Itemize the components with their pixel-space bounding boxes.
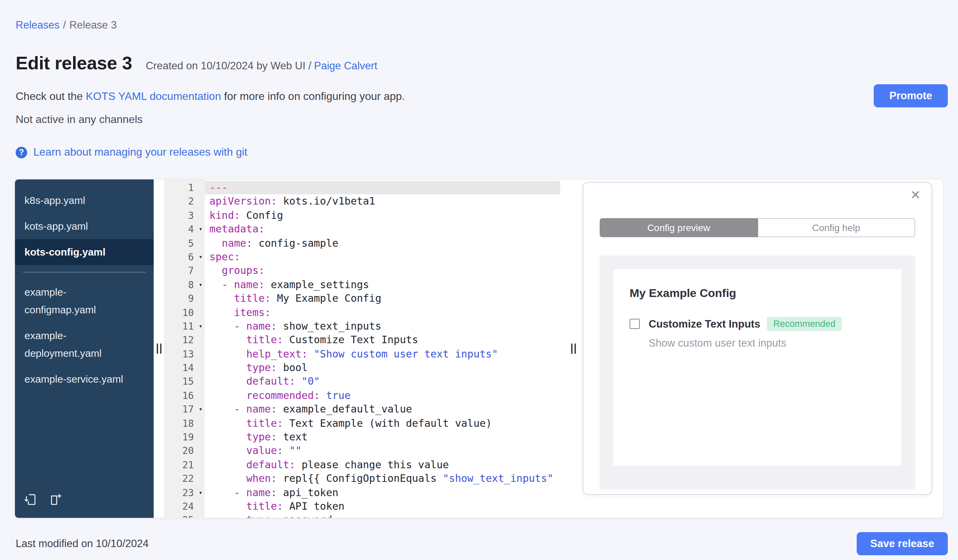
line-number-2: 2 (164, 195, 205, 209)
code-text: title: API token (205, 500, 560, 513)
code-line-22[interactable]: 22 when: repl{{ ConfigOptionEquals "show… (164, 471, 560, 486)
code-text: - name: example_default_value (205, 403, 560, 417)
code-line-18[interactable]: 18 title: Text Example (with default val… (164, 416, 560, 430)
customize-text-inputs-checkbox[interactable] (630, 319, 640, 329)
breadcrumb: Releases/Release 3 (16, 19, 948, 31)
fold-caret-icon[interactable]: ▾ (199, 486, 203, 500)
code-line-20[interactable]: 20 value: "" (164, 444, 560, 458)
config-item-row: Customize Text Inputs Recommended (630, 317, 885, 331)
line-number-4[interactable]: 4▾ (164, 222, 205, 236)
line-number-7: 7 (164, 264, 205, 278)
line-number-17[interactable]: 17▾ (164, 403, 205, 417)
code-line-8[interactable]: 8▾ - name: example_settings (164, 278, 560, 291)
breadcrumb-releases-link[interactable]: Releases (16, 19, 59, 30)
created-text: Created on 10/10/2024 by Web UI / (146, 60, 311, 71)
code-text: value: "" (205, 444, 560, 458)
line-number-3: 3 (164, 209, 205, 223)
code-line-25[interactable]: 25 type: password (164, 513, 560, 518)
line-number-6[interactable]: 6▾ (164, 250, 205, 264)
doc-suffix: for more info on configuring your app. (221, 90, 405, 102)
code-line-6[interactable]: 6▾spec: (164, 250, 560, 264)
editor-resize-handle[interactable] (571, 343, 576, 354)
line-number-24: 24 (164, 500, 205, 513)
code-line-11[interactable]: 11▾ - name: show_text_inputs (164, 320, 560, 333)
promote-button[interactable]: Promote (874, 84, 948, 108)
file-list-divider (23, 272, 146, 272)
code-text: items: (205, 305, 560, 320)
line-number-10: 10 (164, 305, 205, 320)
code-line-7[interactable]: 7 groups: (164, 264, 560, 278)
channels-status: Not active in any channels (16, 114, 948, 126)
new-file-icon[interactable] (48, 493, 63, 510)
file-sidebar: k8s-app.yamlkots-app.yamlkots-config.yam… (15, 179, 154, 518)
code-line-9[interactable]: 9 title: My Example Config (164, 291, 560, 305)
help-icon[interactable]: ? (16, 146, 27, 158)
fold-caret-icon[interactable]: ▾ (199, 250, 203, 264)
code-line-10[interactable]: 10 items: (164, 305, 560, 320)
title-row: Edit release 3 Created on 10/10/2024 by … (16, 53, 948, 74)
file-list: k8s-app.yamlkots-app.yamlkots-config.yam… (15, 188, 154, 392)
kots-yaml-doc-link[interactable]: KOTS YAML documentation (86, 90, 221, 102)
line-number-21: 21 (164, 458, 205, 472)
code-line-12[interactable]: 12 title: Customize Text Inputs (164, 333, 560, 347)
code-line-4[interactable]: 4▾metadata: (164, 222, 560, 236)
sidebar-actions (24, 493, 63, 510)
code-line-16[interactable]: 16 recommended: true (164, 389, 560, 403)
tab-config-help[interactable]: Config help (758, 218, 915, 237)
doc-prefix: Check out the (16, 90, 86, 102)
tab-config-preview[interactable]: Config preview (600, 218, 758, 237)
code-text: default: "0" (205, 375, 560, 389)
code-line-24[interactable]: 24 title: API token (164, 500, 560, 513)
file-item-example-service-yaml[interactable]: example-service.yaml (15, 366, 154, 392)
recommended-badge: Recommended (767, 317, 841, 331)
file-item-kots-config-yaml[interactable]: kots-config.yaml (15, 239, 154, 265)
code-line-5[interactable]: 5 name: config-sample (164, 236, 560, 250)
code-text: - name: show_text_inputs (205, 320, 560, 333)
save-release-button[interactable]: Save release (857, 532, 948, 555)
code-line-17[interactable]: 17▾ - name: example_default_value (164, 403, 560, 417)
code-line-19[interactable]: 19 type: text (164, 430, 560, 444)
upload-file-icon[interactable] (24, 493, 38, 510)
line-number-8[interactable]: 8▾ (164, 278, 205, 291)
config-preview-panel: ✕ Config previewConfig help My Example C… (583, 182, 932, 495)
breadcrumb-separator: / (63, 19, 66, 30)
line-number-19: 19 (164, 430, 205, 444)
file-item-kots-app-yaml[interactable]: kots-app.yaml (15, 214, 154, 239)
code-text: kind: Config (205, 209, 560, 223)
file-item-k8s-app-yaml[interactable]: k8s-app.yaml (15, 188, 154, 214)
footer: Last modified on 10/10/2024 Save release (16, 532, 948, 555)
line-number-12: 12 (164, 333, 205, 347)
file-item-example-deployment-yaml[interactable]: example-deployment.yaml (15, 323, 154, 366)
code-line-23[interactable]: 23▾ - name: api_token (164, 486, 560, 500)
author-link[interactable]: Paige Calvert (314, 60, 377, 71)
fold-caret-icon[interactable]: ▾ (199, 320, 203, 333)
line-number-15: 15 (164, 375, 205, 389)
code-line-14[interactable]: 14 type: bool (164, 361, 560, 375)
yaml-editor[interactable]: 1---2apiVersion: kots.io/v1beta13kind: C… (164, 179, 560, 518)
git-docs-link[interactable]: Learn about managing your releases with … (33, 146, 247, 158)
code-text: type: bool (205, 361, 560, 375)
code-line-1[interactable]: 1--- (164, 181, 560, 195)
created-info: Created on 10/10/2024 by Web UI /Paige C… (146, 60, 377, 72)
code-line-2[interactable]: 2apiVersion: kots.io/v1beta1 (164, 195, 560, 209)
file-item-example-configmap-yaml[interactable]: example-configmap.yaml (15, 279, 154, 323)
sidebar-resize-handle[interactable] (154, 179, 164, 518)
code-line-13[interactable]: 13 help_text: "Show custom user text inp… (164, 347, 560, 361)
config-item-help: Show custom user text inputs (649, 337, 885, 349)
code-line-15[interactable]: 15 default: "0" (164, 375, 560, 389)
fold-caret-icon[interactable]: ▾ (199, 222, 203, 236)
line-number-11[interactable]: 11▾ (164, 320, 205, 333)
fold-caret-icon[interactable]: ▾ (199, 278, 203, 291)
line-number-23[interactable]: 23▾ (164, 486, 205, 500)
config-preview-content: My Example Config Customize Text Inputs … (600, 256, 915, 489)
code-line-3[interactable]: 3kind: Config (164, 209, 560, 223)
close-icon[interactable]: ✕ (910, 189, 921, 201)
release-workspace: k8s-app.yamlkots-app.yamlkots-config.yam… (14, 179, 944, 519)
code-line-21[interactable]: 21 default: please change this value (164, 458, 560, 472)
last-modified-text: Last modified on 10/10/2024 (16, 538, 149, 550)
line-number-1: 1 (164, 181, 205, 195)
line-number-22: 22 (164, 471, 205, 486)
code-text: apiVersion: kots.io/v1beta1 (205, 195, 560, 209)
fold-caret-icon[interactable]: ▾ (199, 403, 203, 417)
line-number-14: 14 (164, 361, 205, 375)
